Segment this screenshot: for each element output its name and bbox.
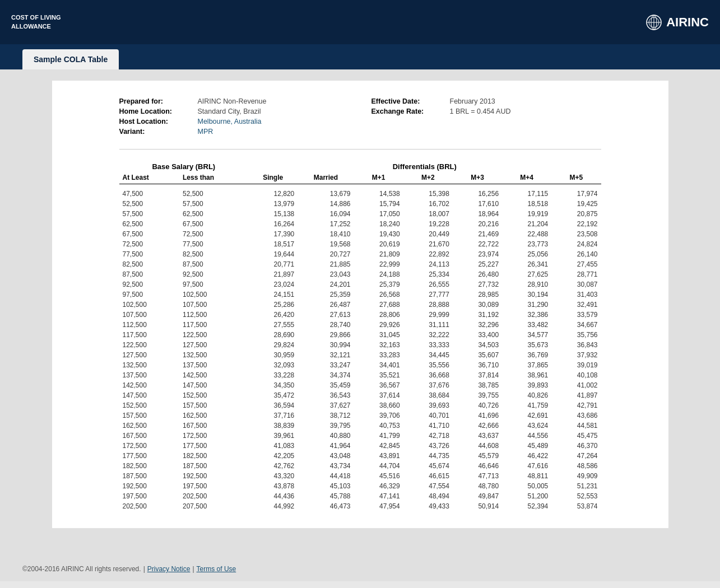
- table-cell: 40,108: [551, 370, 601, 380]
- table-cell: 67,500: [119, 229, 179, 239]
- tab-bar: Sample COLA Table: [0, 44, 720, 69]
- cola-table: Base Salary (BRL) Differentials (BRL) At…: [119, 161, 601, 511]
- table-cell: 36,567: [354, 380, 403, 390]
- table-cell: 51,200: [502, 491, 551, 501]
- table-cell: 32,296: [453, 320, 502, 330]
- variant-value: MPR: [198, 128, 213, 136]
- table-cell: 44,608: [453, 441, 502, 451]
- table-cell: 172,500: [119, 441, 179, 451]
- table-cell: 27,777: [403, 290, 453, 300]
- table-cell: 34,445: [403, 350, 453, 360]
- table-cell: 47,500: [119, 189, 179, 199]
- prepared-for-row: Prepared for: AIRINC Non-Revenue: [119, 97, 349, 105]
- table-cell: 14,538: [354, 189, 403, 199]
- table-cell: 17,390: [248, 229, 298, 239]
- meta-left: Prepared for: AIRINC Non-Revenue Home Lo…: [119, 97, 349, 138]
- table-cell: 39,961: [248, 431, 298, 441]
- table-cell: 197,500: [179, 481, 248, 491]
- table-cell: 40,701: [403, 410, 453, 421]
- table-cell: 35,607: [453, 350, 502, 360]
- tab-sample-cola[interactable]: Sample COLA Table: [22, 49, 119, 69]
- table-cell: 41,710: [403, 421, 453, 431]
- table-cell: 36,668: [403, 370, 453, 380]
- table-cell: 32,121: [298, 350, 354, 360]
- col-m5: M+5: [551, 172, 601, 184]
- table-cell: 44,704: [354, 461, 403, 471]
- table-row: 177,500182,50042,20543,04843,89144,73545…: [119, 451, 601, 461]
- table-cell: 29,999: [403, 310, 453, 320]
- group-header-row: Base Salary (BRL) Differentials (BRL): [119, 161, 601, 172]
- privacy-notice-link[interactable]: Privacy Notice: [147, 565, 191, 573]
- header-title: COST OF LIVING ALLOWANCE: [11, 13, 61, 31]
- table-cell: 22,892: [403, 249, 453, 259]
- table-cell: 41,696: [453, 410, 502, 421]
- footer-copyright: ©2004-2016 AIRINC All rights reserved.: [22, 565, 141, 573]
- table-cell: 167,500: [179, 421, 248, 431]
- table-cell: 43,686: [551, 410, 601, 421]
- table-cell: 16,094: [298, 209, 354, 219]
- table-cell: 39,706: [354, 410, 403, 421]
- table-cell: 87,500: [179, 259, 248, 269]
- table-cell: 46,646: [453, 461, 502, 471]
- home-location-row: Home Location: Standard City, Brazil: [119, 108, 349, 115]
- table-cell: 49,909: [551, 471, 601, 481]
- table-row: 77,50082,50019,64420,72721,80922,89223,9…: [119, 249, 601, 259]
- table-cell: 127,500: [179, 340, 248, 350]
- table-cell: 27,555: [248, 320, 298, 330]
- col-m1: M+1: [354, 172, 403, 184]
- table-cell: 45,674: [403, 461, 453, 471]
- table-cell: 38,961: [502, 370, 551, 380]
- table-row: 107,500112,50026,42027,61328,80629,99931…: [119, 310, 601, 320]
- table-cell: 192,500: [179, 471, 248, 481]
- table-row: 167,500172,50039,96140,88041,79942,71843…: [119, 431, 601, 441]
- table-row: 82,50087,50020,77121,88522,99924,11325,2…: [119, 259, 601, 269]
- table-cell: 21,885: [298, 259, 354, 269]
- table-cell: 14,886: [298, 199, 354, 209]
- table-cell: 27,688: [354, 300, 403, 310]
- table-cell: 50,005: [502, 481, 551, 491]
- table-cell: 45,489: [502, 441, 551, 451]
- table-cell: 182,500: [119, 461, 179, 471]
- table-cell: 152,500: [119, 400, 179, 410]
- table-cell: 48,811: [502, 471, 551, 481]
- table-cell: 21,809: [354, 249, 403, 259]
- table-cell: 167,500: [119, 431, 179, 441]
- table-cell: 37,932: [551, 350, 601, 360]
- table-cell: 18,240: [354, 219, 403, 229]
- table-cell: 162,500: [179, 410, 248, 421]
- table-cell: 147,500: [119, 390, 179, 400]
- table-cell: 38,660: [354, 400, 403, 410]
- effective-date-row: Effective Date: February 2013: [371, 97, 601, 105]
- table-cell: 26,420: [248, 310, 298, 320]
- table-cell: 17,115: [502, 189, 551, 199]
- table-cell: 20,727: [298, 249, 354, 259]
- terms-of-use-link[interactable]: Terms of Use: [197, 565, 236, 573]
- table-cell: 97,500: [179, 279, 248, 290]
- host-location-row: Host Location: Melbourne, Australia: [119, 118, 349, 125]
- table-cell: 42,691: [502, 410, 551, 421]
- table-cell: 62,500: [119, 219, 179, 229]
- variant-row: Variant: MPR: [119, 128, 349, 136]
- table-cell: 15,794: [354, 199, 403, 209]
- table-cell: 34,577: [502, 330, 551, 340]
- table-cell: 40,826: [502, 390, 551, 400]
- table-cell: 34,350: [248, 380, 298, 390]
- table-cell: 192,500: [119, 481, 179, 491]
- table-cell: 47,141: [354, 491, 403, 501]
- table-cell: 38,785: [453, 380, 502, 390]
- table-row: 157,500162,50037,71638,71239,70640,70141…: [119, 410, 601, 421]
- table-cell: 92,500: [119, 279, 179, 290]
- table-cell: 28,771: [551, 269, 601, 279]
- table-cell: 45,103: [298, 481, 354, 491]
- table-row: 182,500187,50042,76243,73444,70445,67446…: [119, 461, 601, 471]
- table-cell: 32,491: [551, 300, 601, 310]
- table-cell: 35,472: [248, 390, 298, 400]
- table-row: 197,500202,50044,43645,78847,14148,49449…: [119, 491, 601, 501]
- effective-date-value: February 2013: [450, 97, 495, 105]
- col-married: Married: [298, 172, 354, 184]
- table-cell: 34,401: [354, 360, 403, 370]
- table-cell: 117,500: [179, 320, 248, 330]
- table-cell: 44,436: [248, 491, 298, 501]
- table-cell: 30,194: [502, 290, 551, 300]
- col-single: Single: [248, 172, 298, 184]
